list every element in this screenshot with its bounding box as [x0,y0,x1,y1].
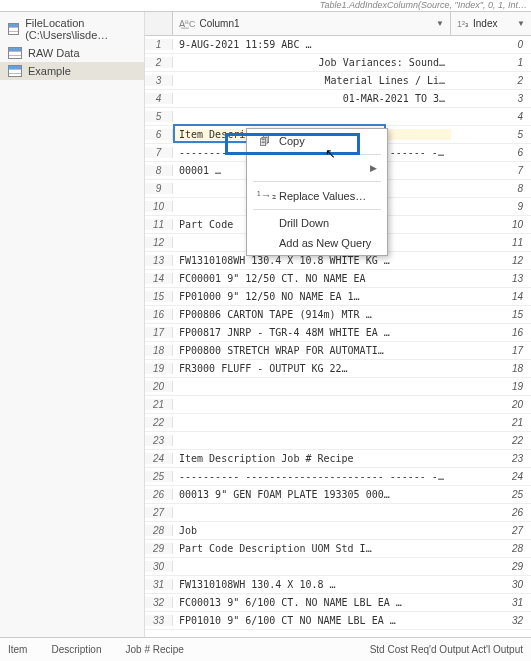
cell-index[interactable]: 26 [451,507,531,518]
cell-column1[interactable]: 01-MAR-2021 TO 3… [173,93,451,104]
cell-column1[interactable]: FW1310108WH 130.4 X 10.8 … [173,579,451,590]
menu-replace-values[interactable]: ¹→₂ Replace Values… [247,185,387,206]
sidebar-item-filelocation[interactable]: FileLocation (C:\Users\lisde… [0,14,144,44]
cell-index[interactable]: 17 [451,345,531,356]
row-number[interactable]: 6 [145,129,173,140]
table-row[interactable]: 32 FC00013 9" 6/100 CT. NO NAME LBL EA …… [145,594,531,612]
menu-text-filters[interactable]: Text Filters ▶ [247,158,387,178]
table-row[interactable]: 401-MAR-2021 TO 3…3 [145,90,531,108]
table-row[interactable]: 3Material Lines / Li…2 [145,72,531,90]
row-number[interactable]: 10 [145,201,173,212]
table-row[interactable]: 24Item Description Job # Recipe23 [145,450,531,468]
row-number[interactable]: 22 [145,417,173,428]
table-row[interactable]: 2600013 9" GEN FOAM PLATE 193305 000…25 [145,486,531,504]
row-number[interactable]: 1 [145,39,173,50]
cell-column1[interactable]: FW1310108WH 130.4 X 10.8 WHITE KG … [173,255,451,266]
row-number[interactable]: 33 [145,615,173,626]
menu-copy[interactable]: 🗐 Copy [247,131,387,151]
row-number[interactable]: 27 [145,507,173,518]
row-number[interactable]: 8 [145,165,173,176]
table-row[interactable]: 2019 [145,378,531,396]
row-number[interactable]: 5 [145,111,173,122]
row-number[interactable]: 14 [145,273,173,284]
table-row[interactable]: 54 [145,108,531,126]
cell-index[interactable]: 20 [451,399,531,410]
row-number[interactable]: 31 [145,579,173,590]
row-number[interactable]: 26 [145,489,173,500]
cell-index[interactable]: 11 [451,237,531,248]
table-row[interactable]: 2726 [145,504,531,522]
grid-body[interactable]: 19-AUG-2021 11:59 ABC …02Job Variances: … [145,36,531,637]
cell-column1[interactable]: FP00817 JNRP - TGR-4 48M WHITE EA … [173,327,451,338]
cell-index[interactable]: 32 [451,615,531,626]
table-row[interactable]: 17 FP00817 JNRP - TGR-4 48M WHITE EA …16 [145,324,531,342]
cell-index[interactable]: 13 [451,273,531,284]
cell-index[interactable]: 19 [451,381,531,392]
row-number[interactable]: 25 [145,471,173,482]
cell-index[interactable]: 27 [451,525,531,536]
cell-index[interactable]: 8 [451,183,531,194]
table-row[interactable]: 33 FP01010 9" 6/100 CT NO NAME LBL EA …3… [145,612,531,630]
sidebar-item-example[interactable]: Example [0,62,144,80]
cell-column1[interactable]: FP01010 9" 6/100 CT NO NAME LBL EA … [173,615,451,626]
cell-column1[interactable]: Job Variances: Sound… [173,57,451,68]
row-number[interactable]: 17 [145,327,173,338]
cell-index[interactable]: 3 [451,93,531,104]
cell-index[interactable]: 25 [451,489,531,500]
sidebar-item-rawdata[interactable]: RAW Data [0,44,144,62]
row-number[interactable]: 15 [145,291,173,302]
cell-index[interactable]: 14 [451,291,531,302]
table-row[interactable]: 25---------- ----------------------- ---… [145,468,531,486]
cell-index[interactable]: 22 [451,435,531,446]
row-number[interactable]: 19 [145,363,173,374]
cell-index[interactable]: 18 [451,363,531,374]
cell-column1[interactable]: Material Lines / Li… [173,75,451,86]
cell-index[interactable]: 9 [451,201,531,212]
menu-drill-down[interactable]: Drill Down [247,213,387,233]
cell-column1[interactable]: Item Description Job # Recipe [173,453,451,464]
row-number[interactable]: 20 [145,381,173,392]
cell-index[interactable]: 28 [451,543,531,554]
row-number[interactable]: 2 [145,57,173,68]
cell-index[interactable]: 10 [451,219,531,230]
table-row[interactable]: 2120 [145,396,531,414]
cell-column1[interactable]: FP01000 9" 12/50 NO NAME EA 1… [173,291,451,302]
cell-column1[interactable]: FC00001 9" 12/50 CT. NO NAME EA [173,273,451,284]
table-row[interactable]: 31 FW1310108WH 130.4 X 10.8 …30 [145,576,531,594]
row-number[interactable]: 29 [145,543,173,554]
table-row[interactable]: 19-AUG-2021 11:59 ABC …0 [145,36,531,54]
table-row[interactable]: 28 Job27 [145,522,531,540]
row-number[interactable]: 13 [145,255,173,266]
cell-column1[interactable]: Part Code Description UOM Std I… [173,543,451,554]
cell-index[interactable]: 12 [451,255,531,266]
table-row[interactable]: 3029 [145,558,531,576]
cell-index[interactable]: 24 [451,471,531,482]
cell-column1[interactable]: FC00013 9" 6/100 CT. NO NAME LBL EA … [173,597,451,608]
row-number[interactable]: 18 [145,345,173,356]
cell-index[interactable]: 5 [451,129,531,140]
menu-add-as-new-query[interactable]: Add as New Query [247,233,387,253]
column-header-column1[interactable]: A͟ᴮC Column1 ▼ [173,12,451,35]
table-row[interactable]: 2Job Variances: Sound…1 [145,54,531,72]
row-number[interactable]: 12 [145,237,173,248]
cell-index[interactable]: 1 [451,57,531,68]
row-number[interactable]: 7 [145,147,173,158]
column-dropdown-icon[interactable]: ▼ [436,19,444,28]
row-number[interactable]: 21 [145,399,173,410]
row-number[interactable]: 9 [145,183,173,194]
cell-column1[interactable]: FP00800 STRETCH WRAP FOR AUTOMATI… [173,345,451,356]
cell-column1[interactable]: 00013 9" GEN FOAM PLATE 193305 000… [173,489,451,500]
table-row[interactable]: 19 FR3000 FLUFF - OUTPUT KG 22…18 [145,360,531,378]
cell-index[interactable]: 29 [451,561,531,572]
cell-index[interactable]: 2 [451,75,531,86]
cell-index[interactable]: 16 [451,327,531,338]
row-number[interactable]: 4 [145,93,173,104]
cell-column1[interactable]: ---------- ----------------------- -----… [173,471,451,482]
cell-index[interactable]: 31 [451,597,531,608]
cell-column1[interactable]: Job [173,525,451,536]
cell-index[interactable]: 0 [451,39,531,50]
cell-index[interactable]: 23 [451,453,531,464]
table-row[interactable]: 18 FP00800 STRETCH WRAP FOR AUTOMATI…17 [145,342,531,360]
row-number[interactable]: 3 [145,75,173,86]
row-number-header[interactable] [145,12,173,35]
